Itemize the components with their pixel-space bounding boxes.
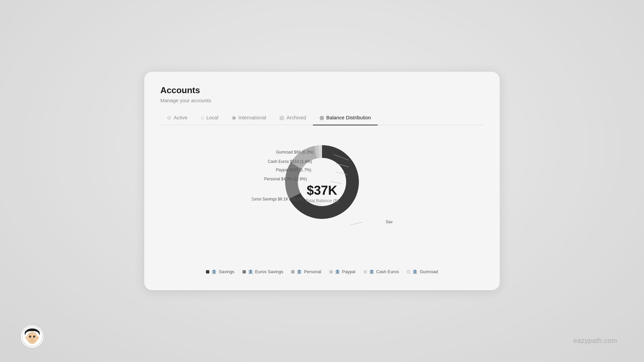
- svg-point-16: [30, 336, 31, 337]
- chart-legend: 🏦 Savings 🏦 Euros Savings 🏦 Personal 🏦 P…: [206, 269, 438, 274]
- svg-point-19: [36, 336, 39, 340]
- tab-balance-distribution[interactable]: ◎ Balance Distribution: [313, 111, 378, 125]
- tab-international[interactable]: ◉ International: [225, 111, 273, 125]
- page-subtitle: Manage your accounts: [160, 98, 484, 103]
- avatar-area: [20, 324, 44, 349]
- legend-cash-euros: 🏦 Cash Euros: [364, 269, 399, 274]
- avatar-illustration: [21, 326, 43, 347]
- svg-point-18: [25, 336, 28, 340]
- total-value: $37K: [306, 184, 338, 197]
- legend-bank-cash-euros: 🏦: [369, 269, 374, 274]
- legend-personal: 🏦 Personal: [291, 269, 321, 274]
- donut-svg: [275, 135, 369, 229]
- chart-area: $37K Total Balance ($) Gumroad $66 (0.2%…: [160, 125, 484, 274]
- legend-dot-paypal: [329, 270, 333, 274]
- total-label: Total Balance ($): [306, 198, 338, 203]
- tab-bar: ⊙ Active ⌂ Local ◉ International ▤ Archi…: [160, 111, 484, 125]
- watermark: eazypath.com: [573, 337, 617, 345]
- balance-icon: ◎: [320, 115, 324, 121]
- legend-bank-savings: 🏦: [211, 269, 217, 274]
- page-title: Accounts: [160, 85, 484, 96]
- svg-text:Savings  $25K (67.6%): Savings $25K (67.6%): [386, 220, 392, 224]
- legend-dot-personal: [291, 270, 294, 274]
- tab-archived[interactable]: ▤ Archived: [273, 111, 313, 125]
- main-card: Accounts Manage your accounts ⊙ Active ⌂…: [144, 72, 500, 291]
- svg-point-13: [27, 332, 38, 344]
- legend-gumroad: 🏦 Gumroad: [407, 269, 438, 274]
- legend-dot-cash-euros: [364, 270, 367, 274]
- donut-center: $37K Total Balance ($): [306, 184, 338, 203]
- legend-euros-savings: 🏦 Euros Savings: [243, 269, 283, 274]
- legend-dot-gumroad: [407, 270, 410, 274]
- svg-point-15: [33, 336, 35, 338]
- international-icon: ◉: [232, 115, 236, 121]
- legend-paypal: 🏦 Paypal: [329, 269, 356, 274]
- card-header: Accounts Manage your accounts: [160, 85, 484, 103]
- legend-bank-euros-savings: 🏦: [248, 269, 253, 274]
- legend-dot-savings: [206, 270, 209, 274]
- legend-savings: 🏦 Savings: [206, 269, 234, 274]
- tab-active[interactable]: ⊙ Active: [160, 111, 194, 125]
- archived-icon: ▤: [279, 115, 284, 121]
- local-icon: ⌂: [201, 115, 204, 120]
- donut-chart-container: $37K Total Balance ($) Gumroad $66 (0.2%…: [252, 135, 392, 256]
- legend-bank-paypal: 🏦: [335, 269, 340, 274]
- svg-point-14: [29, 336, 31, 338]
- legend-bank-personal: 🏦: [297, 269, 302, 274]
- legend-dot-euros-savings: [243, 270, 246, 274]
- active-icon: ⊙: [167, 115, 171, 121]
- avatar: [20, 324, 44, 349]
- legend-bank-gumroad: 🏦: [412, 269, 418, 274]
- svg-point-17: [34, 336, 35, 337]
- tab-local[interactable]: ⌂ Local: [194, 111, 225, 125]
